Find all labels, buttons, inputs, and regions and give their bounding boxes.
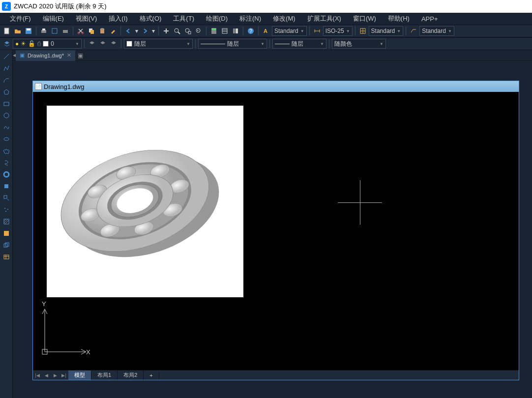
linetype-dropdown[interactable]: 随层 ▼ bbox=[198, 39, 267, 49]
bearing-model bbox=[57, 113, 234, 290]
cut-button[interactable] bbox=[76, 26, 86, 36]
mleader-style-icon[interactable] bbox=[409, 26, 418, 36]
drawing-canvas[interactable]: Y X bbox=[33, 92, 519, 370]
layout-nav-next[interactable]: ▶ bbox=[51, 371, 59, 380]
svg-line-46 bbox=[4, 219, 6, 221]
layout-tab-1[interactable]: 布局1 bbox=[91, 370, 118, 380]
hatch-tool[interactable] bbox=[2, 217, 11, 226]
menu-edit[interactable]: 编辑(E) bbox=[37, 12, 70, 25]
svg-point-15 bbox=[185, 28, 189, 32]
helix-tool[interactable] bbox=[2, 158, 11, 167]
text-style-icon[interactable]: A bbox=[261, 26, 271, 36]
redo-dropdown[interactable]: ▾ bbox=[151, 26, 156, 36]
polyline-tool[interactable] bbox=[2, 64, 11, 73]
close-tab-button[interactable]: ✕ bbox=[67, 52, 71, 58]
zoom-previous-button[interactable] bbox=[194, 26, 204, 36]
draw-toolbar bbox=[0, 50, 13, 398]
separator bbox=[406, 27, 406, 35]
calculator-button[interactable] bbox=[209, 26, 219, 36]
match-properties-button[interactable] bbox=[108, 26, 118, 36]
menu-tools[interactable]: 工具(T) bbox=[167, 12, 200, 25]
menu-draw[interactable]: 绘图(D) bbox=[200, 12, 234, 25]
ellipse-tool[interactable] bbox=[2, 135, 11, 143]
help-button[interactable]: ? bbox=[246, 26, 256, 36]
layout-tab-2[interactable]: 布局2 bbox=[118, 370, 144, 380]
svg-point-39 bbox=[4, 172, 9, 177]
menu-modify[interactable]: 修改(M) bbox=[267, 12, 301, 25]
polygon-tool[interactable] bbox=[2, 87, 11, 96]
table-style-value: Standard bbox=[371, 28, 395, 34]
layout-tab-model[interactable]: 模型 bbox=[68, 370, 91, 380]
layer-isolate-button[interactable] bbox=[109, 39, 118, 49]
menu-dimension[interactable]: 标注(N) bbox=[234, 12, 267, 25]
zoom-window-button[interactable] bbox=[183, 26, 193, 36]
new-tab-button[interactable]: ▣ bbox=[75, 50, 86, 61]
layer-dropdown[interactable]: ● ☀ 🔓 ⎙ 0 ▼ bbox=[13, 39, 82, 49]
layer-name: 0 bbox=[51, 40, 54, 47]
mleader-style-value: Standard bbox=[422, 28, 446, 34]
text-style-dropdown[interactable]: Standard▼ bbox=[272, 26, 307, 36]
table-style-dropdown[interactable]: Standard▼ bbox=[369, 26, 404, 36]
menu-app[interactable]: APP+ bbox=[415, 13, 444, 25]
zoom-realtime-button[interactable] bbox=[172, 26, 182, 36]
dim-style-icon[interactable] bbox=[312, 26, 322, 36]
circle-tool[interactable] bbox=[2, 111, 11, 120]
pan-button[interactable] bbox=[161, 26, 171, 36]
table-style-icon[interactable] bbox=[358, 26, 368, 36]
menu-format[interactable]: 格式(O) bbox=[134, 12, 168, 25]
save-button[interactable] bbox=[24, 26, 33, 36]
point-tool[interactable] bbox=[2, 205, 11, 214]
layout-tab-add[interactable]: + bbox=[144, 371, 159, 379]
open-file-button[interactable] bbox=[13, 26, 23, 36]
menu-insert[interactable]: 插入(I) bbox=[103, 12, 133, 25]
undo-dropdown[interactable]: ▾ bbox=[134, 26, 139, 36]
layout-nav-prev[interactable]: ◀ bbox=[42, 371, 51, 380]
block-tool[interactable] bbox=[2, 182, 11, 191]
spline-tool[interactable] bbox=[2, 123, 11, 132]
svg-rect-10 bbox=[90, 30, 94, 34]
insert-block-tool[interactable] bbox=[2, 194, 11, 202]
layout-nav-first[interactable]: |◀ bbox=[33, 371, 42, 380]
donut-tool[interactable] bbox=[2, 170, 11, 179]
revcloud-tool[interactable] bbox=[2, 146, 11, 155]
menu-file[interactable]: 文件(F) bbox=[4, 12, 37, 25]
svg-rect-19 bbox=[212, 28, 216, 30]
color-dropdown[interactable]: 随层 ▼ bbox=[124, 39, 193, 49]
menu-view[interactable]: 视图(V) bbox=[70, 12, 103, 25]
gradient-tool[interactable] bbox=[2, 229, 11, 238]
paste-button[interactable] bbox=[97, 26, 107, 36]
layer-manager-button[interactable] bbox=[2, 39, 12, 49]
menu-help[interactable]: 帮助(H) bbox=[382, 12, 415, 25]
document-window: 📄 Drawing1.dwg bbox=[32, 81, 519, 380]
dim-style-dropdown[interactable]: ISO-25▼ bbox=[323, 26, 353, 36]
svg-rect-40 bbox=[4, 184, 8, 188]
line-tool[interactable] bbox=[2, 52, 11, 61]
separator bbox=[243, 27, 243, 35]
menu-bar: 文件(F) 编辑(E) 视图(V) 插入(I) 格式(O) 工具(T) 绘图(D… bbox=[0, 13, 532, 25]
print-preview-button[interactable] bbox=[50, 26, 59, 36]
layout-nav-last[interactable]: ▶| bbox=[59, 371, 68, 380]
menu-ext-tools[interactable]: 扩展工具(X) bbox=[301, 12, 347, 25]
arc-tool[interactable] bbox=[2, 76, 11, 85]
table-tool[interactable] bbox=[2, 253, 11, 261]
mleader-style-dropdown[interactable]: Standard▼ bbox=[419, 26, 454, 36]
menu-window[interactable]: 窗口(W) bbox=[347, 12, 382, 25]
print-button[interactable] bbox=[39, 26, 49, 36]
region-tool[interactable] bbox=[2, 241, 11, 250]
undo-button[interactable] bbox=[123, 26, 133, 36]
design-center-button[interactable] bbox=[231, 26, 240, 36]
plot-icon: ⎙ bbox=[37, 40, 41, 47]
rectangle-tool[interactable] bbox=[2, 99, 11, 108]
file-tab[interactable]: ▣ Drawing1.dwg* ✕ bbox=[16, 50, 75, 61]
lineweight-dropdown[interactable]: 随层 ▼ bbox=[272, 39, 326, 49]
publish-button[interactable] bbox=[60, 26, 70, 36]
copy-button[interactable] bbox=[87, 26, 96, 36]
layer-state-button[interactable] bbox=[98, 39, 108, 49]
layer-previous-button[interactable] bbox=[87, 39, 97, 49]
document-title-bar[interactable]: 📄 Drawing1.dwg bbox=[33, 81, 519, 92]
plot-style-dropdown[interactable]: 随颜色 ▼ bbox=[332, 39, 386, 49]
redo-button[interactable] bbox=[140, 26, 150, 36]
title-bar: Z ZWCAD 2020 试用版 (剩余 9 天) bbox=[0, 0, 532, 13]
new-file-button[interactable] bbox=[2, 26, 12, 36]
properties-button[interactable] bbox=[220, 26, 230, 36]
